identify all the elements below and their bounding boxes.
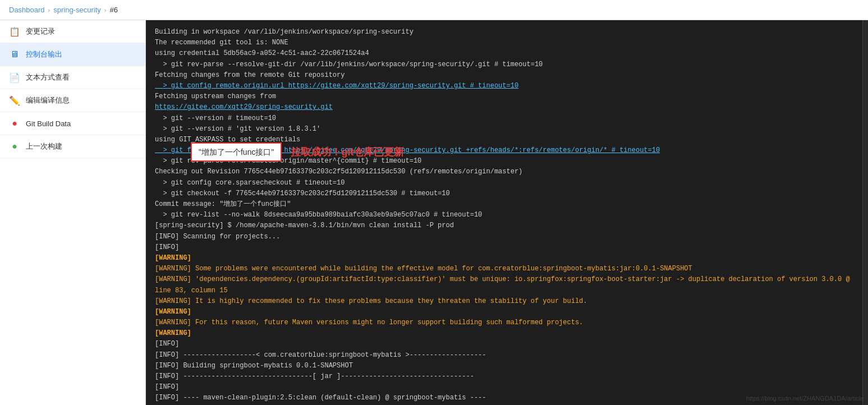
log-line: [WARNING] It is highly recommended to fi… [155,296,853,307]
sidebar-label-git-build-data: Git Build Data [26,119,71,128]
log-line: > git --version # 'git version 1.8.3.1' [155,124,853,135]
sidebar-label-compile-info: 编辑编译信息 [26,95,70,105]
git-build-icon: ● [9,118,20,129]
log-line: > git config remote.origin.url https://g… [155,81,853,91]
log-line: [WARNING] For this reason, future Maven … [155,317,853,328]
log-line: https://gitee.com/xqtt29/spring-security… [155,102,853,113]
sidebar-item-console-output[interactable]: 🖥 控制台输出 [0,43,145,66]
sidebar-item-compile-info[interactable]: ✏️ 编辑编译信息 [0,89,145,112]
log-line: [WARNING] Some problems were encountered… [155,264,853,274]
log-line: [WARNING] [155,253,853,264]
sidebar: 📋 变更记录 🖥 控制台输出 📄 文本方式查看 ✏️ 编辑编译信息 ● Git … [0,20,146,405]
log-line: Fetching changes from the remote Git rep… [155,70,853,81]
right-scrollbar[interactable] [862,20,868,405]
breadcrumb-dashboard[interactable]: Dashboard [9,6,45,14]
breadcrumb-bar: Dashboard › spring-security › #6 [0,0,868,20]
log-line: > git config core.sparsecheckout # tineo… [155,178,853,188]
log-line: > git checkout -f 7765c44eb97163379c203c… [155,188,853,199]
console-output-area[interactable]: Building in workspace /var/lib/jenkins/w… [146,20,862,405]
sidebar-item-text-view[interactable]: 📄 文本方式查看 [0,66,145,89]
log-line: [INFO] Building springboot-mybatis 0.0.1… [155,361,853,371]
log-line: [INFO] [155,242,853,253]
console-output-icon: 🖥 [9,49,20,60]
log-line: using credential 5db56ac9-a052-4c51-aac2… [155,48,853,59]
log-line: [INFO] ------------------< com.creatorbl… [155,350,853,361]
breadcrumb-project[interactable]: spring-security [53,6,101,14]
sidebar-label-text-view: 文本方式查看 [26,72,70,82]
breadcrumb-sep-1: › [48,7,50,13]
popup-success-text: 拉取成功！git仓库已更新 [291,144,404,160]
log-line: > git rev-parse --resolve-git-dir /var/l… [155,59,853,70]
sidebar-item-change-log[interactable]: 📋 变更记录 [0,20,145,43]
change-log-icon: 📋 [9,26,20,37]
sidebar-item-git-build-data[interactable]: ● Git Build Data [0,112,145,135]
log-line: > git --version # timeout=10 [155,113,853,124]
log-line: Fetching upstream changes from [155,91,853,102]
log-line: Commit message: "增加了一个func接口" [155,199,853,210]
prev-build-icon: ● [9,141,20,152]
log-line: The recommended git tool is: NONE [155,38,853,48]
log-line: > git rev-list --no-walk 8dseecaa9a95bba… [155,210,853,220]
log-line: Checking out Revision 7765c44eb97163379c… [155,167,853,177]
breadcrumb-sep-2: › [104,7,107,13]
log-line: [WARNING] 'dependencies.dependency.(grou… [155,274,853,296]
sidebar-label-change-log: 变更记录 [26,26,55,36]
log-line: [spring-security] $ /home/apache-maven-3… [155,220,853,231]
log-line: [WARNING] [155,307,853,317]
log-line: Building in workspace /var/lib/jenkins/w… [155,27,853,38]
compile-info-icon: ✏️ [9,95,20,106]
sidebar-label-console-output: 控制台输出 [26,49,62,59]
log-line: [INFO] Scanning for projects... [155,232,853,242]
log-line: [INFO] [155,339,853,349]
log-line: [INFO] ---- maven-clean-plugin:2.5:clean… [155,393,853,403]
popup-box: "增加了一个func接口" [191,142,282,162]
log-line: [WARNING] [155,328,853,339]
text-view-icon: 📄 [9,72,20,83]
breadcrumb-build: #6 [109,6,117,14]
main-layout: 📋 变更记录 🖥 控制台输出 📄 文本方式查看 ✏️ 编辑编译信息 ● Git … [0,20,868,405]
log-line: [INFO] --------------------------------[… [155,371,853,382]
log-line: [INFO] [155,382,853,393]
sidebar-item-prev-build[interactable]: ● 上一次构建 [0,135,145,158]
popup-overlay: "增加了一个func接口"拉取成功！git仓库已更新 [191,142,404,162]
sidebar-label-prev-build: 上一次构建 [26,141,62,151]
